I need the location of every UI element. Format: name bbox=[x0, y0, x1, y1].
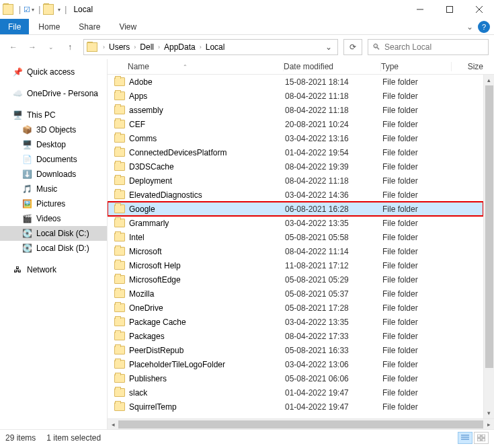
sidebar-item-music[interactable]: 🎵Music bbox=[0, 182, 107, 196]
up-button[interactable]: ↑ bbox=[62, 39, 78, 55]
forward-button[interactable]: → bbox=[24, 39, 40, 55]
disk-icon: 💽 bbox=[22, 228, 32, 239]
table-row[interactable]: assembly08-04-2022 11:18File folder bbox=[108, 103, 483, 117]
table-row[interactable]: slack01-04-2022 19:47File folder bbox=[108, 385, 483, 400]
folder-icon bbox=[87, 42, 97, 52]
tab-view[interactable]: View bbox=[110, 19, 146, 34]
close-button[interactable] bbox=[464, 0, 494, 19]
chevron-right-icon[interactable]: › bbox=[197, 44, 204, 50]
sidebar-item-downloads[interactable]: ⬇️Downloads bbox=[0, 167, 107, 182]
sidebar-item-thispc[interactable]: 🖥️This PC bbox=[0, 108, 107, 122]
table-row[interactable]: OneDrive05-08-2021 17:28File folder bbox=[108, 301, 483, 315]
folder-icon bbox=[114, 190, 125, 199]
scroll-left-icon[interactable]: ◂ bbox=[108, 419, 118, 429]
table-row[interactable]: SquirrelTemp01-04-2022 19:47File folder bbox=[108, 400, 483, 414]
table-row[interactable]: Mozilla05-08-2021 05:37File folder bbox=[108, 287, 483, 301]
table-row[interactable]: Intel05-08-2021 05:58File folder bbox=[108, 230, 483, 244]
horizontal-scrollbar[interactable]: ◂ ▸ bbox=[108, 418, 494, 429]
chevron-right-icon[interactable]: › bbox=[100, 44, 108, 50]
column-header-type[interactable]: Type bbox=[381, 62, 452, 71]
sidebar-item-videos[interactable]: 🎬Videos bbox=[0, 211, 107, 226]
address-bar[interactable]: › Users › Dell › AppData › Local ⌄ bbox=[83, 39, 338, 55]
sidebar-item-quickaccess[interactable]: 📌Quick access bbox=[0, 65, 107, 79]
back-button[interactable]: ← bbox=[5, 39, 22, 55]
folder-icon bbox=[114, 318, 125, 326]
sidebar-item-diskd[interactable]: 💽Local Disk (D:) bbox=[0, 241, 107, 256]
table-row[interactable]: Adobe15-08-2021 18:14File folder bbox=[108, 75, 483, 89]
table-row[interactable]: Package Cache03-04-2022 13:35File folder bbox=[108, 315, 483, 329]
chevron-right-icon[interactable]: › bbox=[155, 44, 163, 50]
table-row[interactable]: ElevatedDiagnostics03-04-2022 14:36File … bbox=[108, 188, 483, 202]
ribbon-expand-icon[interactable]: ⌄ bbox=[463, 19, 477, 34]
chevron-right-icon[interactable]: › bbox=[131, 44, 138, 50]
tab-file[interactable]: File bbox=[0, 19, 29, 34]
table-row[interactable]: Publishers05-08-2021 06:06File folder bbox=[108, 371, 483, 385]
sidebar-item-diskc[interactable]: 💽Local Disk (C:) bbox=[0, 226, 107, 241]
file-type: File folder bbox=[382, 318, 463, 327]
view-icons-button[interactable] bbox=[474, 432, 489, 444]
scroll-right-icon[interactable]: ▸ bbox=[483, 419, 494, 429]
separator: | bbox=[19, 5, 21, 14]
table-row[interactable]: Grammarly03-04-2022 13:35File folder bbox=[108, 216, 483, 230]
table-row[interactable]: MicrosoftEdge05-08-2021 05:29File folder bbox=[108, 272, 483, 287]
breadcrumb[interactable]: Users bbox=[108, 42, 131, 52]
table-row[interactable]: Deployment08-04-2022 11:18File folder bbox=[108, 174, 483, 188]
disk-icon: 💽 bbox=[22, 243, 32, 254]
table-row[interactable]: CEF20-08-2021 10:24File folder bbox=[108, 117, 483, 131]
view-details-button[interactable] bbox=[458, 432, 472, 444]
table-row[interactable]: Comms03-04-2022 13:16File folder bbox=[108, 131, 483, 145]
pc-icon: 🖥️ bbox=[12, 110, 23, 120]
sidebar-item-3dobjects[interactable]: 📦3D Objects bbox=[0, 122, 107, 137]
table-row[interactable]: Apps08-04-2022 11:18File folder bbox=[108, 89, 483, 103]
desktop-icon: 🖥️ bbox=[22, 139, 32, 150]
search-box[interactable]: 🔍︎ bbox=[368, 39, 489, 55]
help-icon[interactable]: ? bbox=[478, 21, 490, 33]
table-row[interactable]: Microsoft08-04-2022 11:14File folder bbox=[108, 244, 483, 258]
file-name: OneDrive bbox=[129, 303, 285, 313]
file-date: 08-04-2022 11:18 bbox=[285, 91, 382, 101]
table-row[interactable]: PeerDistRepub05-08-2021 16:33File folder bbox=[108, 343, 483, 357]
file-name: Grammarly bbox=[129, 219, 285, 228]
qat-checkbox-icon[interactable]: ☑ bbox=[24, 5, 30, 14]
file-name: Deployment bbox=[129, 176, 285, 186]
vertical-scrollbar[interactable]: ▴ ▾ bbox=[483, 75, 494, 418]
table-row[interactable]: D3DSCache08-04-2022 19:39File folder bbox=[108, 159, 483, 174]
column-header-name[interactable]: Name⌃ bbox=[128, 62, 284, 71]
maximize-button[interactable] bbox=[435, 0, 464, 19]
table-row[interactable]: ConnectedDevicesPlatform01-04-2022 19:54… bbox=[108, 145, 483, 159]
scrollbar-thumb[interactable] bbox=[118, 420, 483, 428]
breadcrumb[interactable]: Local bbox=[204, 42, 227, 52]
file-type: File folder bbox=[382, 402, 463, 412]
sidebar-item-onedrive[interactable]: ☁️OneDrive - Persona bbox=[0, 86, 107, 101]
address-history-icon[interactable]: ⌄ bbox=[323, 42, 335, 52]
breadcrumb[interactable]: AppData bbox=[163, 42, 197, 52]
qat-dropdown-icon[interactable]: ▾ bbox=[32, 7, 34, 13]
refresh-button[interactable]: ⟳ bbox=[343, 39, 362, 55]
qat-dropdown-icon[interactable]: ▾ bbox=[58, 7, 60, 13]
sidebar-item-documents[interactable]: 📄Documents bbox=[0, 152, 107, 167]
file-name: CEF bbox=[129, 120, 285, 129]
column-header-date[interactable]: Date modified bbox=[284, 62, 381, 71]
sidebar-item-network[interactable]: 🖧Network bbox=[0, 262, 107, 277]
sidebar-item-desktop[interactable]: 🖥️Desktop bbox=[0, 137, 107, 152]
table-row[interactable]: Packages08-04-2022 17:33File folder bbox=[108, 329, 483, 343]
table-row[interactable]: PlaceholderTileLogoFolder03-04-2022 13:0… bbox=[108, 357, 483, 371]
sidebar-item-pictures[interactable]: 🖼️Pictures bbox=[0, 196, 107, 211]
file-date: 05-08-2021 16:33 bbox=[285, 346, 382, 355]
scroll-up-icon[interactable]: ▴ bbox=[484, 75, 494, 85]
file-name: Microsoft bbox=[129, 247, 285, 256]
cube-icon: 📦 bbox=[22, 124, 32, 135]
minimize-button[interactable] bbox=[405, 0, 435, 19]
column-header-size[interactable]: Size bbox=[452, 62, 494, 71]
tab-home[interactable]: Home bbox=[29, 19, 69, 34]
scroll-down-icon[interactable]: ▾ bbox=[484, 408, 494, 418]
tab-share[interactable]: Share bbox=[69, 19, 110, 34]
table-row[interactable]: Microsoft Help11-08-2021 17:12File folde… bbox=[108, 258, 483, 272]
folder-icon bbox=[114, 332, 125, 340]
scrollbar-thumb[interactable] bbox=[485, 85, 493, 368]
table-row[interactable]: Google06-08-2021 16:28File folder bbox=[108, 202, 483, 216]
breadcrumb[interactable]: Dell bbox=[138, 42, 155, 52]
recent-dropdown-icon[interactable]: ⌄ bbox=[43, 39, 59, 55]
search-input[interactable] bbox=[383, 42, 487, 52]
file-date: 11-08-2021 17:12 bbox=[285, 261, 382, 270]
